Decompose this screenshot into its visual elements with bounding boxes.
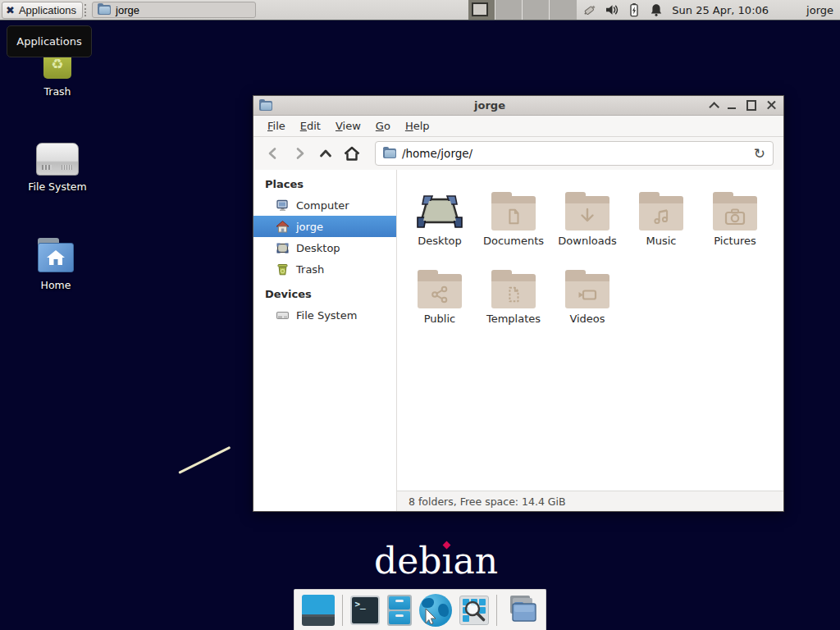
applications-menu-button[interactable]: ✖ Applications [2,2,83,19]
sidebar-item-trash[interactable]: Trash [253,258,396,280]
path-bar[interactable]: /home/jorge/ ↻ [375,141,774,166]
desktop-icon-home[interactable]: Home [25,238,87,291]
public-folder-icon [418,274,462,308]
sidebar-item-computer[interactable]: Computer [253,194,396,216]
videos-folder-icon [565,274,609,308]
downloads-folder-icon [565,196,609,231]
workspace-2[interactable] [495,0,523,20]
menu-edit[interactable]: Edit [293,116,328,136]
workspace-4[interactable] [550,0,577,20]
drive-icon [36,143,79,176]
sidebar-item-desktop[interactable]: Desktop [253,237,396,258]
folder-view: Desktop Documents Download [397,170,783,491]
stray-line [178,446,231,474]
folder-item-templates[interactable]: Templates [477,261,550,339]
side-pane: Places Computer jo [253,170,397,511]
titlebar[interactable]: jorge [253,96,783,116]
path-text[interactable]: /home/jorge/ [402,147,748,160]
folder-item-music[interactable]: Music [624,183,698,261]
sidebar-item-file-system[interactable]: File System [253,304,396,326]
folder-item-videos[interactable]: Videos [550,261,624,339]
drive-small-icon [276,308,290,322]
desktop-icon-label: File System [28,180,87,193]
home-button[interactable] [340,142,363,165]
menubar: File Edit View Go Help [253,116,783,137]
file-manager-icon[interactable] [387,595,412,626]
shade-button[interactable] [707,101,717,111]
xfce-menu-icon: ✖ [6,5,15,16]
back-button[interactable] [262,142,285,165]
folder-item-pictures[interactable]: Pictures [698,183,772,261]
battery-icon[interactable] [627,2,641,17]
status-bar: 8 folders, Free space: 14.4 GiB [397,491,783,511]
top-panel: ✖ Applications jorge [0,0,840,21]
trash-small-icon [276,262,290,276]
home-icon [276,220,290,234]
workspace-window-thumb [472,2,488,16]
path-folder-icon [383,148,396,158]
notifications-bell-icon[interactable] [649,2,664,17]
desktop-folder-icon [416,183,463,231]
window-folder-icon [259,101,272,111]
folder-item-downloads[interactable]: Downloads [550,183,624,261]
folder-item-desktop[interactable]: Desktop [403,183,477,261]
folder-item-public[interactable]: Public [403,261,477,339]
debian-logo: debıan [374,540,498,582]
workspace-3[interactable] [523,0,550,20]
folder-item-documents[interactable]: Documents [477,183,550,261]
menu-view[interactable]: View [328,116,368,136]
terminal-icon[interactable]: >_ [350,596,380,625]
user-label[interactable]: jorge [806,4,833,16]
sidebar-item-jorge[interactable]: jorge [253,216,396,237]
places-header: Places [253,176,396,194]
show-desktop-icon[interactable] [302,595,335,626]
app-finder-icon[interactable] [459,596,489,625]
minimize-button[interactable] [727,101,737,111]
window-title: jorge [272,99,707,112]
clock[interactable]: Sun 25 Apr, 10:06 [672,4,769,16]
network-icon[interactable] [582,2,597,17]
reload-icon[interactable]: ↻ [754,147,765,161]
directory-menu-icon[interactable] [504,593,539,628]
desktop: ✖ Applications jorge [0,0,840,630]
workspace-1[interactable] [468,0,495,20]
dock-separator [342,595,343,626]
documents-folder-icon [491,196,536,231]
menu-file[interactable]: File [260,116,293,136]
toolbar: /home/jorge/ ↻ [253,137,783,170]
status-text: 8 folders, Free space: 14.4 GiB [409,495,566,508]
applications-tooltip: Applications [7,25,92,57]
devices-header: Devices [253,285,396,304]
home-folder-icon [34,238,77,274]
system-tray [582,2,664,17]
desktop-icon-file-system[interactable]: File System [26,138,89,193]
templates-folder-icon [491,274,536,308]
desktop-icon-label: Home [41,279,71,291]
menu-go[interactable]: Go [368,116,398,136]
tooltip-text: Applications [16,35,81,48]
panel-handle[interactable] [84,4,90,16]
music-folder-icon [639,196,683,231]
computer-icon [276,199,290,212]
maximize-button[interactable] [746,101,756,111]
forward-button[interactable] [288,142,311,165]
volume-icon[interactable] [605,2,619,17]
dock-separator [496,595,497,626]
folder-icon [98,5,111,15]
applications-menu-label: Applications [19,4,76,16]
bottom-dock: >_ [294,589,546,630]
up-button[interactable] [314,142,337,165]
desktop-small-icon [276,241,290,255]
desktop-icon-label: Trash [43,85,71,98]
taskbar-window-button[interactable]: jorge [92,2,256,18]
file-manager-window: jorge File Edit View Go Help [253,95,784,512]
taskbar-window-label: jorge [116,4,139,16]
web-browser-icon[interactable] [419,594,452,627]
close-button[interactable] [766,101,776,111]
workspace-switcher[interactable] [468,0,577,20]
menu-help[interactable]: Help [398,116,437,136]
pictures-folder-icon [713,196,757,231]
